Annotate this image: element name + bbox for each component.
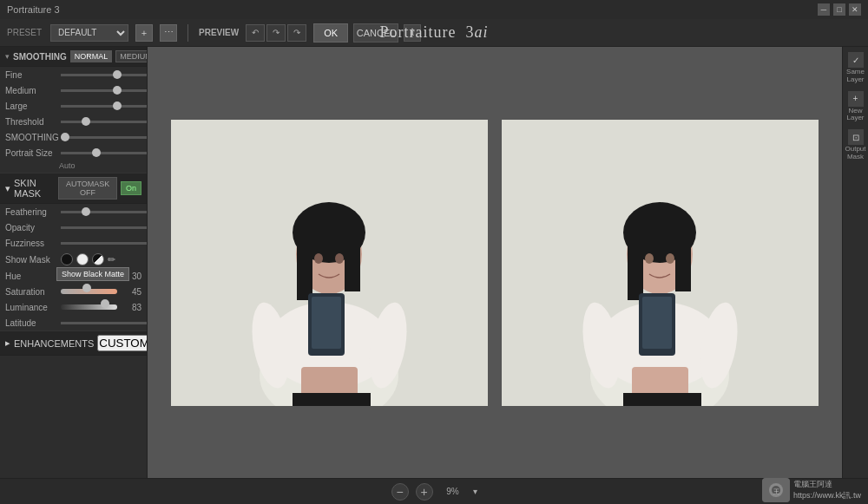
- same-layer-button[interactable]: ✓ SameLayer: [845, 52, 867, 84]
- hue-label: Hue: [5, 272, 57, 281]
- watermark-url: https://www.kk訊.tw: [793, 490, 861, 501]
- right-panel: ✓ SameLayer + NewLayer ⊡ OutputMask: [842, 47, 868, 478]
- before-preview: [171, 120, 488, 406]
- fine-slider-row: Fine 0: [0, 67, 147, 82]
- luminance-value: 83: [121, 303, 141, 312]
- maximize-button[interactable]: □: [833, 3, 845, 16]
- skin-mask-on-button[interactable]: On: [121, 181, 141, 195]
- new-layer-label: NewLayer: [846, 108, 864, 123]
- ok-button[interactable]: OK: [313, 23, 348, 43]
- portrait-size-label: Portrait Size: [5, 148, 57, 158]
- after-image-svg: [502, 120, 819, 406]
- svg-rect-13: [293, 393, 371, 406]
- title-bar: Portraiture 3 ─ □ ✕: [0, 0, 868, 19]
- undo-button[interactable]: ↶: [246, 24, 265, 42]
- canvas-area: [148, 47, 842, 478]
- after-preview: [502, 120, 819, 406]
- output-mask-button[interactable]: ⊡ OutputMask: [845, 129, 867, 161]
- svg-point-30: [645, 253, 654, 264]
- show-black-mask-button[interactable]: [61, 253, 73, 265]
- watermark-site-name: 電腦王阿達: [793, 479, 832, 490]
- zoom-in-button[interactable]: +: [416, 483, 433, 501]
- show-gradient-mask-button[interactable]: [92, 253, 104, 265]
- feathering-slider[interactable]: [61, 211, 148, 213]
- preset-label: PRESET: [7, 28, 42, 37]
- undo-redo-group: ↶ ↷ ↷: [246, 24, 306, 42]
- latitude-slider[interactable]: [61, 322, 148, 324]
- medium-slider-row: Medium 0: [0, 82, 147, 98]
- toolbar-divider: [187, 24, 188, 42]
- zoom-dropdown-button[interactable]: ▾: [473, 487, 477, 496]
- svg-rect-21: [675, 231, 691, 291]
- before-image-svg: [171, 120, 488, 406]
- luminance-slider[interactable]: [61, 302, 117, 305]
- preset-select[interactable]: DEFAULT: [50, 24, 128, 42]
- threshold-slider[interactable]: [61, 121, 148, 123]
- portrait-size-row: Portrait Size Auto: [0, 145, 147, 160]
- medium-label: Medium: [5, 86, 57, 95]
- watermark-text-block: 電腦王阿達 https://www.kk訊.tw: [793, 479, 861, 501]
- medium-slider[interactable]: [61, 89, 148, 92]
- close-button[interactable]: ✕: [849, 3, 861, 16]
- normal-mode-button[interactable]: NORMAL: [70, 50, 113, 62]
- watermark-svg: 王: [762, 478, 790, 502]
- portrait-size-slider[interactable]: [61, 152, 148, 154]
- same-layer-label: SameLayer: [846, 69, 865, 84]
- skin-mask-toggle-icon: ▾: [5, 183, 10, 194]
- mask-pencil-icon[interactable]: ✏: [108, 254, 115, 265]
- fine-slider[interactable]: [61, 74, 148, 76]
- black-matte-bubble: Show Black Matte: [61, 253, 73, 265]
- smoothing-val-label: SMOOTHING: [5, 133, 57, 142]
- redo2-button[interactable]: ↷: [287, 24, 306, 42]
- latitude-slider-row: Latitude 100: [0, 315, 147, 331]
- saturation-value: 45: [121, 287, 141, 297]
- info-button[interactable]: ℹ: [404, 24, 421, 42]
- fuzziness-slider-row: Fuzziness 100 %: [0, 235, 147, 251]
- threshold-label: Threshold: [5, 117, 57, 127]
- app-title-bar: Portraiture 3: [7, 4, 60, 15]
- saturation-slider-row: Saturation 45: [0, 284, 147, 299]
- large-label: Large: [5, 101, 57, 111]
- feathering-label: Feathering: [5, 207, 57, 217]
- latitude-label: Latitude: [5, 318, 57, 328]
- preset-add-button[interactable]: +: [135, 24, 153, 42]
- redo-button[interactable]: ↷: [266, 24, 286, 42]
- window-controls: ─ □ ✕: [818, 3, 861, 16]
- minimize-button[interactable]: ─: [818, 3, 830, 16]
- luminance-slider-row: Luminance 83: [0, 299, 147, 315]
- large-slider[interactable]: [61, 105, 148, 108]
- opacity-slider[interactable]: [61, 226, 148, 229]
- svg-rect-12: [312, 297, 341, 349]
- svg-rect-28: [642, 297, 672, 349]
- opacity-label: Opacity: [5, 223, 57, 232]
- saturation-slider[interactable]: [61, 286, 117, 290]
- show-white-mask-button[interactable]: [76, 253, 89, 265]
- preset-menu-button[interactable]: ⋯: [160, 24, 177, 42]
- zoom-out-button[interactable]: −: [391, 483, 409, 501]
- fine-label: Fine: [5, 70, 57, 80]
- preview-images: [171, 120, 819, 406]
- smoothing-header[interactable]: ▾ SMOOTHING NORMAL MEDIUM STRONG: [0, 47, 147, 67]
- svg-point-31: [666, 253, 674, 264]
- cancel-button[interactable]: CANCEL: [353, 23, 398, 43]
- opacity-slider-row: Opacity 100 %: [0, 219, 147, 235]
- enhancements-header[interactable]: ▸ ENHANCEMENTS CUSTOM On: [0, 331, 147, 356]
- show-mask-row: Show Mask Show Black Matte ✏: [0, 251, 147, 268]
- large-slider-row: Large 0: [0, 98, 147, 114]
- show-mask-label: Show Mask: [5, 255, 57, 265]
- skin-mask-title: SKIN MASK: [14, 178, 55, 199]
- skin-mask-header[interactable]: ▾ SKIN MASK AUTOMASK OFF On: [0, 173, 147, 204]
- bottom-bar: − + 9% ▾ 王 電腦王阿達 https://www.kk訊.tw: [0, 478, 868, 504]
- medium-mode-button[interactable]: MEDIUM: [115, 50, 148, 62]
- automask-button[interactable]: AUTOMASK OFF: [58, 177, 117, 200]
- svg-rect-29: [623, 393, 701, 406]
- app-suffix: ai: [474, 23, 488, 41]
- new-layer-button[interactable]: + NewLayer: [845, 91, 867, 123]
- enhancements-mode-button[interactable]: CUSTOM: [97, 335, 148, 351]
- svg-point-15: [335, 253, 344, 264]
- smoothing-slider[interactable]: [61, 136, 148, 139]
- enhancements-title: ENHANCEMENTS: [14, 338, 94, 349]
- svg-rect-4: [297, 231, 312, 300]
- toolbar: PRESET DEFAULT + ⋯ PREVIEW ↶ ↷ ↷ Portrai…: [0, 19, 868, 47]
- fuzziness-slider[interactable]: [61, 242, 148, 245]
